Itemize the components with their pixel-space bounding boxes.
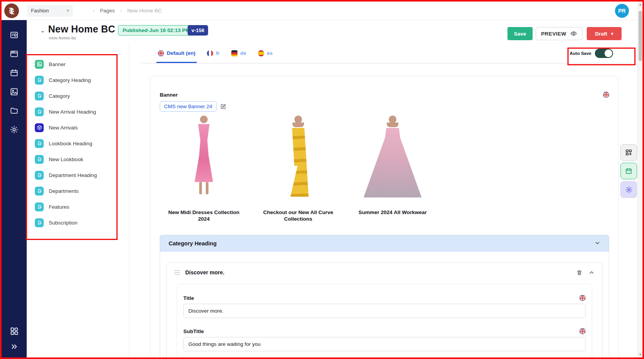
sidebar-item-label: Features	[49, 204, 69, 210]
block-icon	[35, 107, 44, 116]
locale-tab-es[interactable]: es	[258, 43, 273, 63]
scrollbar-thumb[interactable]	[639, 11, 642, 61]
entry-block: Discover more. Title	[166, 262, 603, 359]
workspace-selector[interactable]: Fashion ▾	[27, 5, 73, 17]
app-window: Fashion ▾ › Pages › New Home BC PR	[2, 2, 642, 357]
block-icon	[35, 139, 44, 148]
sidebar-item-label: New Lookbook	[49, 157, 83, 162]
sidebar-item-new-arrivals[interactable]: New Arrivals	[35, 123, 129, 132]
sidebar-item-category[interactable]: Category	[35, 91, 129, 100]
sidebar-item-banner[interactable]: Banner	[35, 60, 129, 69]
sidebar-item-label: Category	[49, 93, 70, 99]
sidebar-item-label: New Arrival Heading	[49, 109, 96, 115]
chevron-down-icon: ▾	[611, 31, 613, 36]
vertical-scrollbar[interactable]: ▲ ▼	[637, 2, 642, 357]
france-flag-icon	[207, 50, 213, 56]
draft-button-label: Draft	[595, 31, 607, 37]
category-heading-accordion: Category Heading Discover more.	[160, 235, 609, 359]
image-icon	[35, 60, 44, 69]
sidebar-item-subscription[interactable]: Subscription	[35, 218, 129, 227]
field-title: Title	[183, 295, 586, 318]
entries-icon[interactable]	[10, 30, 19, 39]
browser-window-icon[interactable]	[10, 49, 19, 58]
fields-panel: Title SubTitle	[177, 284, 592, 359]
apps-grid-icon[interactable]	[10, 327, 19, 336]
sidebar-item-department-heading[interactable]: Department Heading	[35, 170, 129, 180]
page-header: ⌄ New Home BC new-home-bc Published-Jun …	[27, 20, 637, 43]
dress-photo-pink	[188, 116, 220, 202]
breadcrumb-separator-icon: ›	[93, 8, 94, 14]
page-slug: new-home-bc	[49, 36, 115, 40]
locale-tab-label: Default (en)	[167, 50, 195, 56]
banner-field-label: Banner	[160, 92, 178, 98]
subtitle-input[interactable]	[183, 337, 586, 351]
uk-flag-icon	[579, 295, 586, 301]
sidebar-item-new-lookbook[interactable]: New Lookbook	[35, 155, 129, 164]
spain-flag-icon	[258, 50, 264, 56]
banner-images-row: New Midi Dresses Collection 2024 Checkou…	[160, 116, 609, 222]
field-label: Title	[183, 295, 194, 301]
block-icon	[35, 202, 44, 211]
sidebar-item-category-heading[interactable]: Category Heading	[35, 75, 129, 85]
sidebar-item-departments[interactable]: Departments	[35, 186, 129, 196]
right-dock	[620, 144, 637, 200]
calendar-icon[interactable]	[10, 68, 19, 77]
scroll-up-arrow[interactable]: ▲	[638, 2, 643, 7]
sidebar-item-new-arrival-heading[interactable]: New Arrival Heading	[35, 107, 129, 116]
field-subtitle: SubTitle	[183, 328, 586, 351]
block-icon	[35, 187, 44, 196]
locale-bar: Default (en) fr de es Auto Save	[141, 43, 636, 63]
banner-caption: New Midi Dresses Collection 2024	[168, 209, 240, 222]
chevron-down-icon: ▾	[67, 8, 69, 13]
autosave-label: Auto Save	[570, 51, 591, 56]
preview-button[interactable]: PREVIEW	[536, 27, 583, 40]
left-icon-rail	[2, 20, 27, 357]
accordion-header[interactable]: Category Heading	[160, 235, 609, 252]
panel-settings-gear-icon[interactable]	[620, 181, 637, 198]
title-input[interactable]	[183, 304, 586, 318]
locale-tab-label: de	[240, 50, 246, 56]
drag-handle[interactable]	[174, 270, 180, 275]
save-button[interactable]: Save	[507, 27, 533, 40]
user-avatar[interactable]: PR	[615, 4, 629, 18]
eye-icon	[570, 30, 577, 37]
block-icon	[35, 92, 44, 100]
cube-icon	[35, 123, 44, 132]
brand-logo-icon[interactable]	[4, 3, 19, 18]
image-asset-icon[interactable]	[10, 87, 19, 96]
sidebar-item-features[interactable]: Features	[35, 202, 129, 211]
field-label: SubTitle	[183, 328, 204, 334]
locale-tab-de[interactable]: de	[231, 43, 246, 63]
block-icon	[35, 155, 44, 164]
breadcrumb-pages[interactable]: Pages	[100, 8, 114, 14]
schedule-calendar-icon[interactable]	[620, 163, 637, 179]
autosave-toggle[interactable]	[595, 49, 613, 58]
title-chevron-down-icon[interactable]: ⌄	[40, 27, 45, 34]
banner-image-2[interactable]: Checkout our New All Curve Collections	[254, 116, 342, 222]
scroll-down-arrow[interactable]: ▼	[638, 352, 643, 357]
draft-dropdown-button[interactable]: Draft ▾	[587, 27, 622, 40]
sidebar-item-label: Departments	[49, 188, 79, 194]
banner-image-3[interactable]: Summer 2024 All Workwear	[348, 116, 437, 222]
entry-content-card: Banner CMS new Banner 24 New Midi Dresse…	[150, 76, 619, 359]
locale-tab-fr[interactable]: fr	[207, 43, 220, 63]
sidebar-item-lookbook-heading[interactable]: Lookbook Heading	[35, 139, 129, 148]
sidebar-item-label: Subscription	[49, 220, 77, 226]
uk-flag-icon	[158, 50, 164, 56]
banner-image-1[interactable]: New Midi Dresses Collection 2024	[160, 116, 248, 222]
dress-photo-yellow	[282, 116, 314, 202]
breadcrumb: › Pages › New Home BC	[93, 8, 162, 14]
settings-gear-icon[interactable]	[10, 125, 19, 134]
expand-sidebar-icon[interactable]	[10, 342, 19, 351]
published-status-badge: Published-Jun 16 02:13 PM	[118, 25, 195, 36]
breadcrumb-separator-icon: ›	[120, 8, 122, 14]
folder-icon[interactable]	[10, 106, 19, 115]
widgets-grid-icon[interactable]	[620, 144, 637, 161]
locale-tab-default-en[interactable]: Default (en)	[158, 43, 195, 63]
banner-reference-chip[interactable]: CMS new Banner 24	[160, 101, 217, 112]
sidebar-item-label: Category Heading	[49, 77, 91, 83]
edit-pencil-icon[interactable]	[220, 103, 227, 110]
sidebar-item-label: Department Heading	[49, 172, 97, 178]
chevron-up-icon[interactable]	[589, 270, 594, 276]
trash-icon[interactable]	[576, 269, 583, 276]
